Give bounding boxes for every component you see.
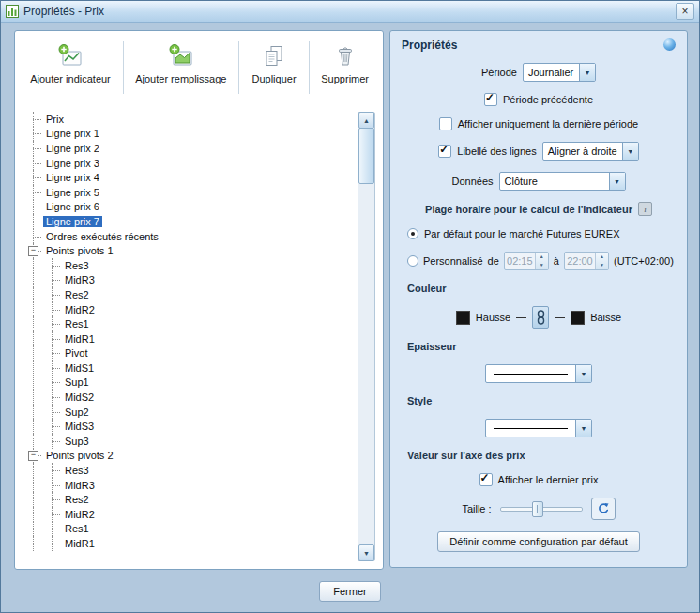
tree-item[interactable]: Pivot [24,346,353,361]
tree-item[interactable]: Ordres exécutés récents [24,229,353,244]
add-fill-icon [168,43,194,69]
tree-item[interactable]: MidR2 [24,302,353,317]
collapse-icon[interactable]: − [28,246,38,256]
close-dialog-button[interactable]: Fermer [319,581,380,602]
color-row: Hausse Baisse [402,306,676,329]
tree-item[interactable]: MidR1 [24,536,353,551]
time-from-spinner[interactable]: ▲▼ [535,253,548,269]
add-indicator-icon [57,43,84,69]
link-line [555,317,565,318]
tree-item-label: Ligne prix 6 [43,201,102,212]
tree-item[interactable]: MidR2 [24,507,353,522]
line-label-checkbox[interactable] [438,145,451,158]
toolbar-separator [238,41,239,94]
tree-item[interactable]: MidS3 [24,419,353,434]
tree-item[interactable]: Ligne prix 7 [24,214,353,229]
time-to-field[interactable]: 22:00 ▲▼ [564,252,609,270]
tree-item[interactable]: Ligne prix 4 [24,170,353,185]
tree-item[interactable]: Sup3 [24,434,353,449]
tree-item[interactable]: Ligne prix 2 [24,141,353,156]
close-icon[interactable]: × [676,3,694,20]
default-range-radio[interactable] [407,228,418,239]
panel-title: Propriétés [402,38,457,52]
tree-item-label: Sup3 [62,436,92,447]
time-to-value: 22:00 [565,253,595,269]
spin-down-icon[interactable]: ▼ [536,261,548,269]
tree-item[interactable]: Res3 [24,463,353,478]
tree-scrollbar[interactable]: ▲ ▼ [358,112,375,561]
properties-panel: Propriétés Période Journalier ▼ Période … [389,30,688,568]
info-icon[interactable]: i [638,202,652,216]
set-default-config-button[interactable]: Définir comme configuration par défaut [437,531,640,552]
tree-item-label: Ordres exécutés récents [43,231,161,242]
period-label: Période [481,67,517,78]
time-from-field[interactable]: 02:15 ▲▼ [504,252,549,270]
previous-period-checkbox[interactable] [484,93,497,106]
thickness-row: ▼ [402,364,676,383]
scrollbar-thumb[interactable] [358,128,374,184]
slider-thumb[interactable] [532,501,543,517]
data-source-value: Clôture [500,176,609,187]
tree-item-label: Ligne prix 3 [43,158,102,169]
help-sphere-icon[interactable] [663,38,676,51]
period-select[interactable]: Journalier ▼ [523,63,596,82]
collapse-icon[interactable]: − [28,451,38,461]
properties-window: Propriétés - Prix × Ajouter indicateur A… [0,0,700,613]
scroll-up-icon[interactable]: ▲ [358,112,374,129]
size-slider[interactable] [500,501,583,516]
thickness-select[interactable]: ▼ [485,364,592,383]
tree-item[interactable]: Res3 [24,258,353,273]
tree-item[interactable]: Sup1 [24,375,353,391]
tree-item[interactable]: Sup2 [24,405,353,420]
tree-item-label: Res1 [62,318,92,329]
spin-down-icon[interactable]: ▼ [596,261,608,269]
tree-item[interactable]: MidS1 [24,360,353,375]
from-word: de [488,255,499,267]
tree-item[interactable]: Ligne prix 6 [24,200,353,215]
style-select[interactable]: ▼ [485,419,592,437]
tree-item[interactable]: Res2 [24,287,353,302]
down-color-swatch[interactable] [571,311,585,325]
tree-item[interactable]: MidS2 [24,390,353,405]
spin-up-icon[interactable]: ▲ [536,253,548,261]
axis-value-title: Valeur sur l'axe des prix [407,450,525,461]
app-chart-icon [6,5,19,18]
tree-item[interactable]: Ligne prix 1 [24,127,353,142]
tree-item[interactable]: MidR3 [24,273,353,288]
previous-period-row: Période précédente [402,93,676,106]
data-source-select[interactable]: Clôture ▼ [499,172,626,191]
time-from-value: 02:15 [505,253,535,269]
delete-button[interactable]: Supprimer [312,37,378,99]
tree-item[interactable]: Ligne prix 5 [24,185,353,200]
scroll-down-icon[interactable]: ▼ [358,544,374,561]
down-color-label: Baisse [590,312,621,323]
reset-size-button[interactable] [591,498,616,520]
custom-range-radio[interactable] [407,255,418,267]
tree-item[interactable]: MidR1 [24,331,353,346]
tree-item-label: Pivot [62,347,90,359]
tree-item[interactable]: MidR3 [24,478,353,493]
tree-item[interactable]: −Points pivots 2 [24,449,353,464]
tree-item[interactable]: Ligne prix 3 [24,156,353,171]
tree-item[interactable]: Res1 [24,522,353,537]
duplicate-button[interactable]: Dupliquer [241,37,308,99]
trash-icon [332,43,358,69]
add-indicator-button[interactable]: Ajouter indicateur [20,37,121,99]
tree-item[interactable]: Res2 [24,492,353,507]
add-fill-button[interactable]: Ajouter remplissage [126,37,236,99]
tree-item[interactable]: Prix [24,112,353,127]
tree-item-label: MidR3 [62,480,98,491]
show-last-period-checkbox[interactable] [439,117,452,130]
tree-item[interactable]: −Points pivots 1 [24,243,353,258]
chevron-down-icon: ▼ [579,64,595,81]
tree-item-label: Prix [43,114,67,125]
link-colors-button[interactable] [532,306,549,329]
spin-up-icon[interactable]: ▲ [596,253,608,261]
line-label-row: Libellé des lignes Aligner à droite ▼ [402,142,676,161]
tree-item[interactable]: Res1 [24,316,353,331]
line-label-align-select[interactable]: Aligner à droite ▼ [542,142,639,161]
tree: PrixLigne prix 1Ligne prix 2Ligne prix 3… [24,112,353,561]
time-to-spinner[interactable]: ▲▼ [595,253,608,269]
up-color-swatch[interactable] [456,311,470,325]
show-last-price-checkbox[interactable] [479,473,493,486]
